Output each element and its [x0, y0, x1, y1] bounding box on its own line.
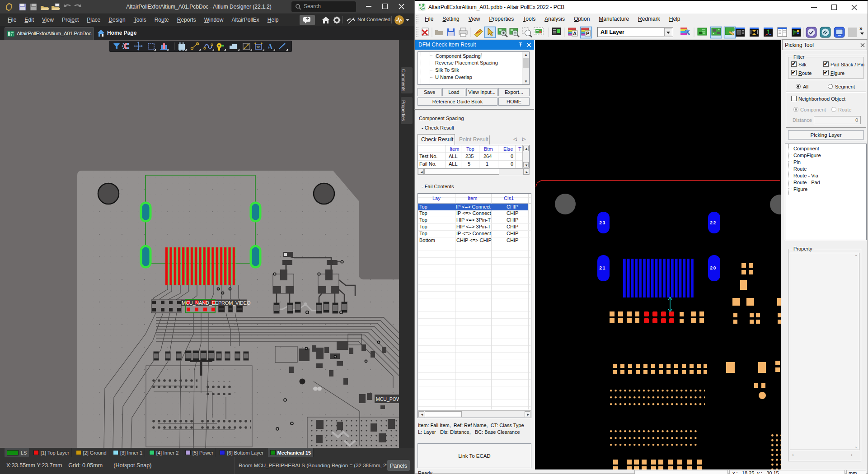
svg-text:21: 21 [599, 265, 606, 271]
svg-text:MCU_POW: MCU_POW [376, 396, 399, 402]
svg-text:P: P [422, 7, 424, 11]
svg-text:23: 23 [599, 220, 606, 226]
svg-text:MCU_NAND_EEPROM_VIDEO: MCU_NAND_EEPROM_VIDEO [182, 300, 251, 306]
svg-text:A: A [267, 43, 273, 51]
svg-text:10: 10 [256, 45, 260, 49]
svg-text:22: 22 [710, 220, 717, 226]
svg-text:P: P [586, 31, 589, 36]
svg-text:A: A [573, 31, 577, 36]
svg-text:20: 20 [710, 265, 717, 271]
